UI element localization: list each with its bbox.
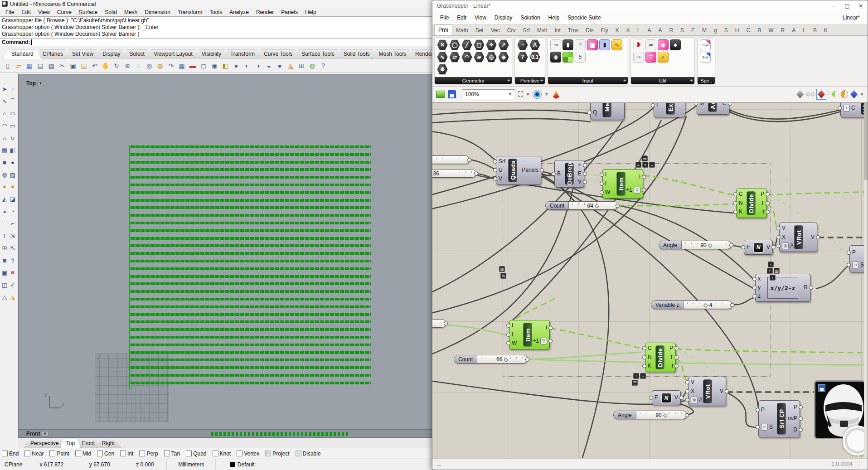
gh-tab-w[interactable]: W [765, 25, 777, 35]
osnap-near[interactable]: Near [24, 451, 44, 457]
gh-tab-prm[interactable]: Prm [434, 24, 452, 35]
gh-spiral-prm-icon[interactable]: ◎ [486, 52, 497, 63]
gh-tab-h[interactable]: H [732, 25, 743, 35]
node-divide-2[interactable]: CNKPTtDivide [645, 343, 676, 372]
gh-tab-b[interactable]: B [754, 25, 765, 35]
zui-button-x[interactable]: ← [635, 162, 641, 168]
sidebar-icon-box-icon[interactable]: ■ [0, 156, 9, 169]
sidebar-icon-surface-sweep-icon[interactable]: ◧ [9, 144, 17, 156]
sidebar-icon-circle-icon[interactable]: ○ [0, 107, 9, 120]
toolbar-tab-mesh-tools[interactable]: Mesh Tools [371, 49, 414, 59]
document-preview-icon[interactable] [841, 90, 848, 98]
zui-button-x[interactable]: ▥ [499, 266, 505, 272]
node-debrep[interactable]: BFEVDeBrep [554, 160, 584, 188]
sidebar-icon-block-icon[interactable]: ▣ [0, 266, 9, 279]
toolbar-icon-new-file-icon[interactable]: ▯ [3, 61, 13, 71]
sidebar-icon-move-icon[interactable]: ⇱ [9, 242, 17, 254]
slider-output-count-66[interactable] [525, 357, 529, 361]
port-debrep-v[interactable] [583, 180, 587, 184]
node-quads[interactable]: SrfUVPanelsQuads [496, 156, 541, 185]
gh-tab-m[interactable]: M [698, 25, 710, 35]
port-divide-2-k[interactable] [642, 364, 646, 368]
preview-shaded-selected[interactable] [816, 89, 826, 100]
gh-tab-a[interactable]: A [788, 25, 799, 35]
slider-track-count-64[interactable]: 64 ◇ [569, 202, 617, 209]
open-document-icon[interactable] [436, 91, 445, 98]
gh-box-prm-icon[interactable]: ▢ [474, 39, 485, 50]
sidebar-icon-boolean-diff-icon[interactable]: ◔ [9, 205, 17, 218]
checkbox-end[interactable] [2, 451, 8, 456]
zui-button-x[interactable]: ↓ [770, 275, 776, 281]
checkbox-cen[interactable] [97, 451, 103, 456]
gh-tab-dis[interactable]: Dis [582, 25, 597, 35]
port-divide-2-t[interactable] [674, 364, 679, 368]
chevron-down-icon[interactable]: ▼ [526, 92, 530, 97]
gh-point-prm-icon[interactable]: ◈ [498, 52, 509, 63]
rhino-menu-analyze[interactable]: Analyze [226, 8, 252, 16]
gh-tab-set[interactable]: Set [472, 25, 487, 35]
port-negative-1-f[interactable] [741, 245, 745, 249]
slider-count-64[interactable]: Count64 ◇ [545, 201, 618, 210]
port-srf-cp-d[interactable] [799, 428, 803, 432]
toolbar-icon-gradient-icon[interactable]: ◮ [286, 61, 296, 71]
zui-button-x[interactable]: ▥ [774, 268, 780, 274]
port-divide-2-p[interactable] [674, 346, 679, 350]
zui-button-x[interactable]: ☰ [642, 155, 648, 161]
node-mesh-top[interactable]: HQMe [590, 103, 625, 120]
port-negative-1-v[interactable] [771, 245, 776, 249]
osnap-quad[interactable]: Quad [186, 451, 206, 457]
toolbar-icon-zoom-selected-icon[interactable]: ◎ [144, 61, 154, 71]
port-divide-1-c[interactable] [733, 192, 737, 196]
preview-off-icon[interactable] [796, 90, 804, 98]
sidebar-icon-curve-blend-icon[interactable]: ⌒ [0, 218, 9, 230]
sidebar-icon-array-icon[interactable]: ⊞ [0, 242, 9, 254]
port-negative-2-f[interactable] [649, 396, 653, 400]
gh-tab-s[interactable]: S [677, 25, 688, 35]
toolbar-icon-lock-icon[interactable]: ◉ [209, 61, 219, 71]
node-vrot-2[interactable]: VX◎AVVRot [688, 377, 726, 406]
osnap-int[interactable]: Int [120, 451, 133, 457]
toolbar-icon-undo-view-icon[interactable]: ↷ [166, 61, 176, 71]
port-icon-srf-cp-s[interactable]: ∩ [761, 424, 768, 431]
chevron-down-icon[interactable]: ▼ [508, 92, 512, 97]
port-mesh-top-q[interactable] [587, 111, 592, 115]
port-icon-item-2-1[interactable]: ▽ [540, 338, 547, 344]
gh-tab-k[interactable]: K [623, 25, 634, 35]
gh-null-item-icon[interactable]: ✕ [437, 39, 448, 50]
slider-output-angle-2[interactable] [685, 413, 689, 417]
port-item-2-i[interactable] [506, 333, 510, 337]
sidebar-icon-align-icon[interactable]: ≡ [9, 266, 17, 279]
port-area-top-m[interactable] [694, 103, 698, 106]
port-item-2-1[interactable] [548, 339, 553, 343]
zui-button-x[interactable]: → [640, 373, 646, 379]
gh-boolean-prm-icon[interactable]: ◔ [517, 39, 528, 50]
osnap-mid[interactable]: Mid [75, 451, 91, 457]
viewport-top-label[interactable]: Top ▼ [26, 80, 44, 87]
port-item-1-i[interactable] [600, 182, 604, 186]
osnap-cen[interactable]: Cen [97, 451, 114, 457]
port-quads-u[interactable] [493, 168, 497, 172]
sidebar-icon-polygon-icon[interactable]: ⌂ [0, 132, 9, 144]
toolbar-tab-transform[interactable]: Transform [223, 49, 262, 59]
gh-gradient-input-icon[interactable]: ▆ [587, 39, 598, 50]
toolbar-icon-sun-icon[interactable]: ◑ [253, 61, 263, 71]
viewport-dropdown-icon[interactable]: ▼ [37, 81, 44, 86]
expand-icon[interactable]: + [507, 78, 510, 83]
toolbar-icon-copy-icon[interactable]: ▣ [68, 61, 78, 71]
rhino-menu-panels[interactable]: Panels [277, 8, 301, 16]
status-layer[interactable]: Default [216, 459, 269, 470]
gh-tab-a[interactable]: A [655, 25, 665, 35]
gh-circle-prm-icon[interactable]: ◯ [449, 39, 460, 50]
sidebar-icon-rectangle-icon[interactable]: ▭ [9, 120, 17, 132]
port-expression-x[interactable] [752, 277, 756, 281]
sidebar-icon-arc-icon[interactable]: ◠ [0, 120, 9, 132]
gh-tab-msh[interactable]: Msh [533, 25, 551, 35]
osnap-perp[interactable]: Perp [139, 451, 158, 457]
toolbar-icon-environment-icon[interactable]: ◒ [264, 61, 274, 71]
gh-tab-trns[interactable]: Trns [564, 25, 582, 35]
toolbar-tab-surface-tools[interactable]: Surface Tools [294, 49, 342, 59]
slider-output-count-64[interactable] [616, 204, 620, 208]
expand-icon[interactable]: + [690, 78, 693, 83]
toolbar-icon-world-icon[interactable]: ◍ [307, 61, 317, 71]
node-srf-cp[interactable]: P∩SPuvPDSrf CP [758, 400, 800, 437]
